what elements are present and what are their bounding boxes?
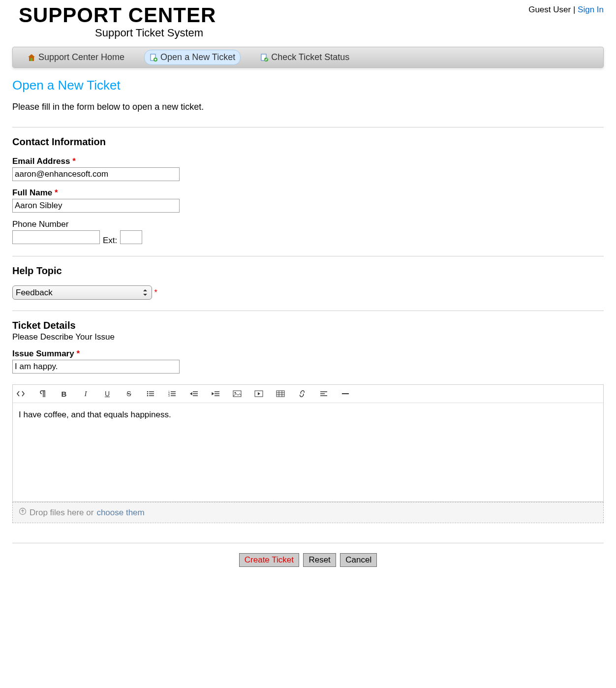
svg-text:3: 3 [168,394,170,397]
guest-label: Guest User [528,5,571,14]
indent-icon[interactable] [211,389,220,399]
upload-icon [19,507,27,518]
italic-icon[interactable]: I [81,389,91,399]
nav-open-ticket[interactable]: Open a New Ticket [144,50,241,65]
hr-icon[interactable] [340,389,350,399]
video-icon[interactable] [254,389,264,399]
rich-text-editor: B I U S 123 I have coffee, and that equa… [12,384,604,502]
contact-section-title: Contact Information [12,136,604,148]
paragraph-icon[interactable] [37,389,47,399]
link-icon[interactable] [297,389,307,399]
ticket-details-title: Ticket Details [12,320,604,331]
help-topic-title: Help Topic [12,265,604,277]
separator: | [573,5,575,14]
create-ticket-button[interactable]: Create Ticket [239,553,299,567]
nav-home[interactable]: Support Center Home [23,50,129,65]
page-title: Open a New Ticket [12,78,604,93]
divider [12,256,604,256]
svg-point-6 [147,393,149,395]
divider [12,543,604,543]
align-icon[interactable] [319,389,329,399]
logo-title: SUPPORT CENTER [19,5,216,26]
file-dropzone[interactable]: Drop files here or choose them [12,502,604,523]
required-marker: * [76,349,80,358]
fullname-label: Full Name * [12,188,604,198]
status-icon [260,54,268,62]
required-marker: * [55,188,58,197]
table-icon[interactable] [276,389,285,399]
fullname-input[interactable] [12,199,180,213]
describe-text: Please Describe Your Issue [12,332,604,342]
nav-home-label: Support Center Home [38,52,124,63]
email-label-text: Email Address [12,156,70,166]
svg-point-7 [147,395,149,397]
logo: SUPPORT CENTER Support Ticket System [12,5,216,39]
ext-label: Ext: [103,236,117,246]
ext-input[interactable] [120,230,142,244]
reset-button[interactable]: Reset [303,553,336,567]
help-topic-select[interactable]: Feedback [12,285,152,300]
header: SUPPORT CENTER Support Ticket System Gue… [12,0,604,42]
required-marker: * [72,156,76,166]
underline-icon[interactable]: U [102,389,112,399]
editor-body[interactable]: I have coffee, and that equals happiness… [13,403,603,501]
cancel-button[interactable]: Cancel [340,553,377,567]
nav-status-label: Check Ticket Status [271,52,349,63]
email-label: Email Address * [12,156,604,166]
svg-rect-14 [277,391,284,397]
phone-label: Phone Number [12,219,604,229]
home-icon [28,54,35,62]
page-intro: Please fill in the form below to open a … [12,102,604,112]
required-marker: * [154,288,157,297]
nav-bar: Support Center Home Open a New Ticket Ch… [12,47,604,68]
new-ticket-icon [150,54,157,62]
dropzone-text: Drop files here or [30,508,93,518]
svg-point-12 [235,392,236,394]
summary-label: Issue Summary * [12,349,604,359]
editor-toolbar: B I U S 123 [13,385,603,403]
image-icon[interactable] [232,389,242,399]
summary-label-text: Issue Summary [12,349,74,358]
nav-open-label: Open a New Ticket [160,52,235,63]
logo-subtitle: Support Ticket System [95,27,216,39]
svg-rect-0 [31,58,32,61]
strike-icon[interactable]: S [124,389,134,399]
code-icon[interactable] [16,389,26,399]
summary-input[interactable] [12,360,180,374]
nav-check-status[interactable]: Check Ticket Status [255,50,354,65]
divider [12,311,604,311]
ol-icon[interactable]: 123 [167,389,177,399]
fullname-label-text: Full Name [12,188,52,197]
user-area: Guest User | Sign In [528,5,604,15]
divider [12,127,604,127]
bold-icon[interactable]: B [59,389,69,399]
svg-point-5 [147,391,149,393]
ul-icon[interactable] [146,389,155,399]
form-buttons: Create Ticket Reset Cancel [12,553,604,567]
choose-files-link[interactable]: choose them [96,508,144,518]
signin-link[interactable]: Sign In [578,5,604,14]
email-input[interactable] [12,167,180,181]
phone-input[interactable] [12,230,100,244]
outdent-icon[interactable] [189,389,199,399]
